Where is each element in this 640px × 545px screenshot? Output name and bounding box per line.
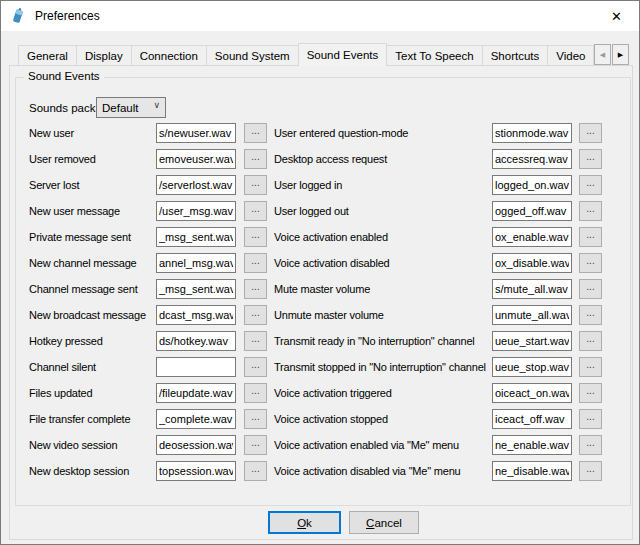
tab-video[interactable]: Video	[547, 45, 594, 65]
browse-button[interactable]: ...	[579, 357, 602, 377]
browse-button[interactable]: ...	[579, 305, 602, 325]
app-icon	[10, 8, 26, 24]
sounds-pack-dropdown[interactable]: Default ∨	[96, 97, 166, 118]
sound-file-input[interactable]	[492, 175, 572, 195]
browse-button[interactable]: ...	[579, 201, 602, 221]
groupbox-title: Sound Events	[24, 70, 104, 82]
browse-button[interactable]: ...	[579, 149, 602, 169]
browse-button[interactable]: ...	[244, 461, 267, 481]
sound-event-row: Server lost ... User logged in ...	[16, 175, 628, 201]
sound-event-label: New channel message	[29, 257, 136, 269]
browse-button[interactable]: ...	[244, 435, 267, 455]
browse-button[interactable]: ...	[244, 123, 267, 143]
sound-event-row: New user ... User entered question-mode …	[16, 123, 628, 149]
sound-event-label: Transmit stopped in "No interruption" ch…	[274, 361, 486, 373]
sound-event-label: Voice activation stopped	[274, 413, 388, 425]
browse-button[interactable]: ...	[244, 149, 267, 169]
sound-event-label: Channel silent	[29, 361, 96, 373]
sound-event-label: Channel message sent	[29, 283, 138, 295]
tab-strip: GeneralDisplayConnectionSound SystemSoun…	[9, 43, 633, 66]
sound-event-row: New channel message ... Voice activation…	[16, 253, 628, 279]
sound-event-label: User entered question-mode	[274, 127, 408, 139]
browse-button[interactable]: ...	[579, 279, 602, 299]
sound-file-input[interactable]	[156, 123, 236, 143]
browse-button[interactable]: ...	[244, 279, 267, 299]
sound-file-input[interactable]	[492, 409, 572, 429]
sound-event-label: Voice activation disabled via "Me" menu	[274, 465, 461, 477]
browse-button[interactable]: ...	[244, 331, 267, 351]
sound-file-input[interactable]	[492, 279, 572, 299]
tab-sound-system[interactable]: Sound System	[206, 45, 299, 65]
sound-event-label: Server lost	[29, 179, 79, 191]
sound-event-label: Files updated	[29, 387, 92, 399]
browse-button[interactable]: ...	[244, 175, 267, 195]
sound-file-input[interactable]	[492, 123, 572, 143]
browse-button[interactable]: ...	[579, 409, 602, 429]
sound-events-groupbox: Sound Events Sounds pack Default ∨ New u…	[15, 77, 631, 506]
browse-button[interactable]: ...	[244, 253, 267, 273]
sound-file-input[interactable]	[156, 409, 236, 429]
sound-file-input[interactable]	[492, 331, 572, 351]
sound-event-label: Private message sent	[29, 231, 131, 243]
browse-button[interactable]: ...	[579, 123, 602, 143]
sound-file-input[interactable]	[156, 305, 236, 325]
browse-button[interactable]: ...	[244, 227, 267, 247]
sound-file-input[interactable]	[156, 227, 236, 247]
browse-button[interactable]: ...	[579, 383, 602, 403]
tab-scroll-left-icon[interactable]: ◀	[594, 44, 611, 65]
sound-file-input[interactable]	[492, 201, 572, 221]
browse-button[interactable]: ...	[244, 357, 267, 377]
sound-file-input[interactable]	[156, 279, 236, 299]
sound-file-input[interactable]	[492, 149, 572, 169]
tab-text-to-speech[interactable]: Text To Speech	[386, 45, 482, 65]
tab-display[interactable]: Display	[76, 45, 132, 65]
tab-shortcuts[interactable]: Shortcuts	[482, 45, 549, 65]
tab-scroll-right-icon[interactable]: ▶	[612, 44, 629, 65]
sound-file-input[interactable]	[492, 227, 572, 247]
sound-file-input[interactable]	[156, 253, 236, 273]
sound-file-input[interactable]	[156, 149, 236, 169]
close-icon[interactable]: ✕	[594, 1, 639, 31]
sounds-pack-value: Default	[102, 102, 138, 114]
sound-event-label: User removed	[29, 153, 96, 165]
sound-file-input[interactable]	[156, 461, 236, 481]
sound-file-input[interactable]	[492, 357, 572, 377]
tab-sound-events[interactable]: Sound Events	[298, 43, 388, 66]
sound-file-input[interactable]	[156, 383, 236, 403]
sound-event-label: Transmit ready in "No interruption" chan…	[274, 335, 475, 347]
sound-file-input[interactable]	[492, 435, 572, 455]
sound-event-label: Voice activation enabled	[274, 231, 388, 243]
browse-button[interactable]: ...	[579, 253, 602, 273]
sound-file-input[interactable]	[492, 461, 572, 481]
cancel-button[interactable]: Cancel	[349, 511, 419, 534]
tab-general[interactable]: General	[18, 45, 77, 65]
browse-button[interactable]: ...	[244, 201, 267, 221]
browse-button[interactable]: ...	[579, 435, 602, 455]
browse-button[interactable]: ...	[244, 409, 267, 429]
browse-button[interactable]: ...	[244, 383, 267, 403]
sound-event-row: User removed ... Desktop access request …	[16, 149, 628, 175]
titlebar: Preferences ✕	[1, 1, 639, 31]
sound-event-label: User logged in	[274, 179, 342, 191]
sound-event-row: Channel silent ... Transmit stopped in "…	[16, 357, 628, 383]
sound-file-input[interactable]	[156, 201, 236, 221]
sound-file-input[interactable]	[492, 383, 572, 403]
sound-file-input[interactable]	[156, 357, 236, 377]
sound-file-input[interactable]	[156, 435, 236, 455]
sound-event-label: New desktop session	[29, 465, 129, 477]
browse-button[interactable]: ...	[579, 461, 602, 481]
sound-event-label: New video session	[29, 439, 117, 451]
tab-connection[interactable]: Connection	[131, 45, 207, 65]
browse-button[interactable]: ...	[579, 175, 602, 195]
tab-bar: GeneralDisplayConnectionSound SystemSoun…	[9, 43, 601, 66]
sound-file-input[interactable]	[492, 305, 572, 325]
ok-button[interactable]: Ok	[268, 511, 341, 534]
browse-button[interactable]: ...	[579, 331, 602, 351]
sound-event-label: Desktop access request	[274, 153, 387, 165]
browse-button[interactable]: ...	[244, 305, 267, 325]
sound-file-input[interactable]	[156, 331, 236, 351]
browse-button[interactable]: ...	[579, 227, 602, 247]
sound-file-input[interactable]	[492, 253, 572, 273]
sound-event-row: Channel message sent ... Mute master vol…	[16, 279, 628, 305]
sound-file-input[interactable]	[156, 175, 236, 195]
